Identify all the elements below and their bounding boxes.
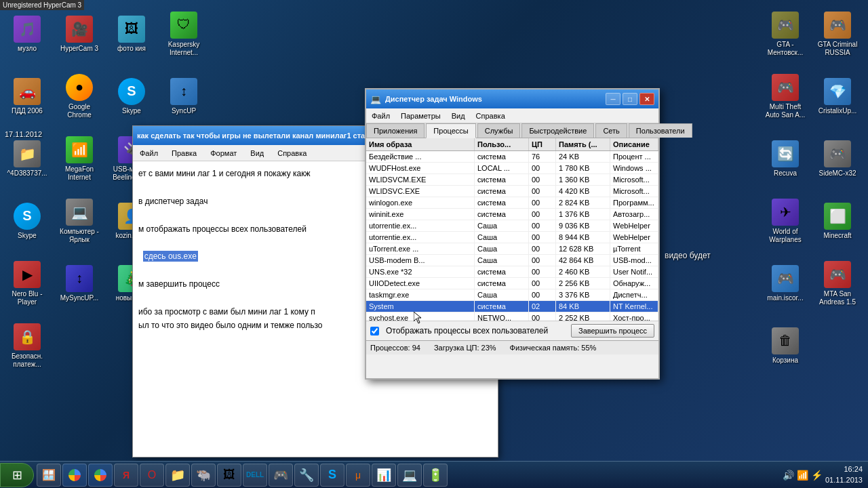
tm-process-row[interactable]: UIIODetect.exe система 00 2 256 KB Обнар… bbox=[366, 278, 658, 289]
notepad-menu-edit[interactable]: Правка bbox=[167, 148, 201, 159]
start-button[interactable]: ⊞ bbox=[0, 463, 34, 487]
desktop-icon-computer[interactable]: 💻 Компьютер - Ярлык bbox=[56, 190, 103, 251]
tm-process-row[interactable]: uTorrent.exe ... Саша 00 12 628 KB µTorr… bbox=[366, 243, 658, 255]
desktop-icon-mysyncup[interactable]: ↕ MySyncUP... bbox=[56, 253, 103, 314]
taskbar-app-yandex[interactable]: Я bbox=[114, 464, 138, 487]
taskbar-app-game[interactable]: 🎮 bbox=[269, 464, 293, 487]
recuva-label: Recuva bbox=[774, 169, 797, 178]
taskbar-app-chrome[interactable] bbox=[62, 464, 87, 487]
tm-process-row[interactable]: WUDFHost.exe LOCAL ... 00 1 780 KB Windo… bbox=[366, 163, 658, 174]
taskbar-app-monitor[interactable]: 💻 bbox=[397, 464, 422, 487]
desktop-icon-gta-ment[interactable]: 🎮 GTA - Ментовск... bbox=[762, 3, 809, 64]
taskbar-app-chrome2[interactable] bbox=[88, 464, 113, 487]
desktop-icon-pdd[interactable]: 🚗 ПДД 2006 bbox=[3, 66, 51, 127]
notepad-menu-format[interactable]: Формат bbox=[206, 148, 241, 159]
desktop-icon-muzlo[interactable]: 🎵 музло bbox=[3, 3, 51, 64]
nero-label: Nero Blu - Player bbox=[6, 290, 48, 306]
tray-icon-2[interactable]: 📶 bbox=[797, 470, 808, 481]
tm-process-row[interactable]: UNS.exe *32 система 00 2 460 KB User Not… bbox=[366, 266, 658, 278]
tm-col-name[interactable]: Имя образа bbox=[366, 138, 475, 150]
tm-process-row[interactable]: winlogon.exe система 00 2 824 KB Програм… bbox=[366, 197, 658, 209]
tm-proc-name: uTorrent.exe ... bbox=[366, 243, 475, 254]
taskbar-app-explorer[interactable]: 🪟 bbox=[37, 464, 61, 487]
desktop-icon-megafon[interactable]: 📶 MegaFon Internet bbox=[56, 128, 103, 189]
desktop-icon-chrome[interactable]: ● Google Chrome bbox=[56, 66, 103, 127]
taskbar-app-torrent[interactable]: μ bbox=[346, 464, 370, 487]
tm-close[interactable]: ✕ bbox=[639, 93, 654, 105]
tm-menu-view[interactable]: Вид bbox=[449, 110, 468, 121]
tm-table-body[interactable]: Бездействие ... система 76 24 KB Процент… bbox=[366, 151, 658, 321]
desktop-icon-syncup[interactable]: ↕ SyncUP bbox=[160, 66, 208, 127]
tm-menu-file[interactable]: Файл bbox=[369, 110, 393, 121]
tm-process-row[interactable]: Бездействие ... система 76 24 KB Процент… bbox=[366, 151, 658, 163]
tm-process-row[interactable]: WLIDSVCM.EXE система 00 1 360 KB Microso… bbox=[366, 174, 658, 186]
desktop-icon-skype2[interactable]: S Skype bbox=[3, 190, 51, 251]
tm-col-memory[interactable]: Память (... bbox=[556, 138, 610, 150]
tm-tab-users[interactable]: Пользователи bbox=[629, 123, 692, 138]
taskbar-app-battery[interactable]: 🔋 bbox=[423, 464, 448, 487]
desktop-icon-sidemc[interactable]: 🎮 SideMC-x32 bbox=[814, 128, 861, 189]
tm-show-all-checkbox[interactable] bbox=[370, 327, 379, 336]
desktop-icon-minecraft[interactable]: ⬜ Minecraft bbox=[814, 190, 861, 251]
tm-minimize[interactable]: ─ bbox=[606, 93, 620, 105]
tm-menu-params[interactable]: Параметры bbox=[398, 110, 443, 121]
notepad-menu-file[interactable]: Файл bbox=[136, 148, 162, 159]
tm-tab-processes[interactable]: Процессы bbox=[426, 123, 475, 138]
chrome-icon: ● bbox=[66, 74, 93, 101]
tm-end-process-btn[interactable]: Завершить процесс bbox=[571, 324, 654, 338]
tm-proc-cpu: 00 bbox=[529, 220, 556, 231]
desktop-icon-skype[interactable]: S Skype bbox=[108, 66, 155, 127]
desktop-icon-gta-criminal[interactable]: 🎮 GTA Criminal RUSSIA bbox=[814, 3, 861, 64]
desktop-icon-korzina[interactable]: 🗑 Корзина bbox=[762, 315, 809, 376]
tm-tab-apps[interactable]: Приложения bbox=[366, 123, 425, 138]
tm-process-row[interactable]: System система 02 84 KB NT Kernel... bbox=[366, 301, 658, 312]
sidemc-icon: 🎮 bbox=[824, 140, 851, 167]
desktop-icon-wow[interactable]: ✈ World of Warplanes bbox=[762, 190, 809, 251]
desktop-icon-recuva[interactable]: 🔄 Recuva bbox=[762, 128, 809, 189]
desktop-icon-cristalix[interactable]: 💎 CristalixUp... bbox=[814, 66, 861, 127]
tm-process-row[interactable]: USB-modem B... Саша 00 42 864 KB USB-mod… bbox=[366, 255, 658, 266]
tm-process-row[interactable]: utorrentie.ex... Саша 00 8 944 KB WebHel… bbox=[366, 232, 658, 243]
notepad-menu-view[interactable]: Вид bbox=[246, 148, 268, 159]
tm-process-row[interactable]: WLIDSVC.EXE система 00 4 420 KB Microsof… bbox=[366, 186, 658, 197]
tm-proc-cpu: 00 bbox=[529, 289, 556, 300]
tm-process-row[interactable]: taskmgr.exe Саша 00 3 376 KB Диспетч... bbox=[366, 289, 658, 301]
taskbar-app-chart[interactable]: 📊 bbox=[372, 464, 396, 487]
taskbar-app-buffalo[interactable]: 🐃 bbox=[191, 464, 216, 487]
desktop-icon-hypercam[interactable]: 🎥 HyperCam 3 bbox=[56, 3, 103, 64]
tray-icon-3[interactable]: ⚡ bbox=[811, 470, 823, 481]
tm-tab-performance[interactable]: Быстродействие bbox=[521, 123, 594, 138]
tm-proc-user: система bbox=[475, 186, 529, 197]
tm-menu-help[interactable]: Справка bbox=[473, 110, 508, 121]
taskbar-app-photo[interactable]: 🖼 bbox=[217, 464, 241, 487]
tm-col-user[interactable]: Пользо... bbox=[475, 138, 529, 150]
desktop-icon-mta3[interactable]: 🎮 MTA San Andreas 1.5 bbox=[814, 253, 861, 314]
notepad-menu-help[interactable]: Справка bbox=[273, 148, 311, 159]
tray-clock[interactable]: 16:24 01.11.2013 bbox=[825, 464, 863, 485]
tm-col-desc[interactable]: Описание bbox=[610, 138, 658, 150]
tm-tab-services[interactable]: Службы bbox=[477, 123, 521, 138]
tm-proc-memory: 4 420 KB bbox=[556, 186, 610, 197]
taskbar-app-opera[interactable]: O bbox=[140, 464, 164, 487]
tm-titlebar[interactable]: 💻 Диспетчер задач Windows ─ □ ✕ bbox=[366, 89, 658, 108]
taskbar-app-folder[interactable]: 📁 bbox=[165, 464, 190, 487]
tm-process-row[interactable]: utorrentie.ex... Саша 00 9 036 KB WebHel… bbox=[366, 220, 658, 232]
tm-maximize[interactable]: □ bbox=[623, 93, 637, 105]
desktop-icon-foto-kiya[interactable]: 🖼 фото кия bbox=[108, 3, 155, 64]
desktop-icon-bezop[interactable]: 🔒 Безопасн. платеж... bbox=[3, 315, 51, 376]
desktop-icon-main-iscor[interactable]: 🎮 main.iscor... bbox=[762, 253, 809, 314]
taskbar-app-app2[interactable]: 🔧 bbox=[294, 464, 319, 487]
desktop-icon-multi-theft[interactable]: 🎮 Multi Theft Auto San A... bbox=[762, 66, 809, 127]
tm-process-row[interactable]: wininit.exe система 00 1 376 KB Автозагр… bbox=[366, 209, 658, 220]
taskbar-app-dell[interactable]: DELL bbox=[243, 464, 267, 487]
tm-table-header: Имя образа Пользо... ЦП Память (... Опис… bbox=[366, 138, 658, 151]
desktop-icon-nero[interactable]: ▶ Nero Blu - Player bbox=[3, 253, 51, 314]
tm-tab-network[interactable]: Сеть bbox=[595, 123, 627, 138]
tm-proc-user: система bbox=[475, 301, 529, 312]
pdd-icon: 🚗 bbox=[14, 78, 41, 105]
tm-process-row[interactable]: svchost.exe NETWO... 00 2 252 KB Хост-пр… bbox=[366, 312, 658, 321]
tm-col-cpu[interactable]: ЦП bbox=[529, 138, 556, 150]
taskbar-app-skype-taskbar[interactable]: S bbox=[320, 464, 344, 487]
desktop-icon-kaspersky[interactable]: 🛡 Kaspersky Internet... bbox=[160, 3, 208, 64]
tray-icon-1[interactable]: 🔊 bbox=[783, 470, 794, 481]
